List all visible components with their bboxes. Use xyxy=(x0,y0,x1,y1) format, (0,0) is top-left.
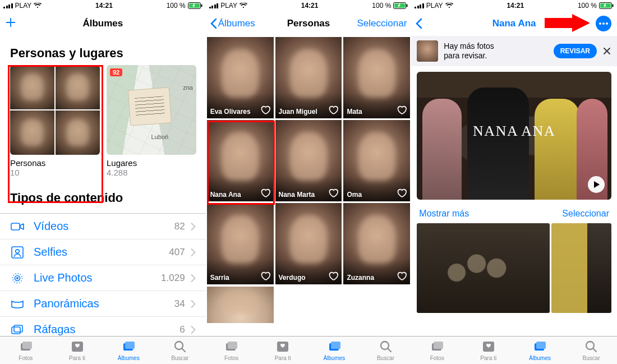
screen-person-detail: PLAY 14:21 100 % Nana Ana xyxy=(411,0,617,364)
person-tile[interactable]: Nana Marta xyxy=(275,120,342,201)
row-count: 1.029 xyxy=(161,273,185,284)
svg-rect-21 xyxy=(228,342,237,349)
section-tipos-contenido: Tipos de contenido xyxy=(0,177,206,210)
person-name: Zuzanna xyxy=(347,274,374,282)
row-rafagas[interactable]: Ráfagas 6 xyxy=(0,317,206,336)
play-button[interactable] xyxy=(588,176,605,193)
add-button[interactable] xyxy=(4,16,17,31)
person-tile[interactable]: Mata xyxy=(343,37,410,118)
map-note-thumb xyxy=(128,87,172,126)
svg-rect-30 xyxy=(434,342,443,349)
tab-bar: Fotos Para ti Álbumes Buscar xyxy=(0,336,206,364)
tab-label: Fotos xyxy=(19,355,33,361)
person-tile[interactable] xyxy=(207,287,274,323)
tab-albumes[interactable]: Álbumes xyxy=(308,337,360,364)
review-button[interactable]: REVISAR xyxy=(554,44,597,58)
favorite-icon[interactable] xyxy=(260,271,270,282)
back-button[interactable] xyxy=(416,18,422,29)
row-label: Ráfagas xyxy=(34,323,76,336)
tab-buscar[interactable]: Buscar xyxy=(360,337,412,364)
person-name: Nana Marta xyxy=(279,191,315,199)
favorite-icon[interactable] xyxy=(328,271,338,282)
tab-parati[interactable]: Para ti xyxy=(52,337,103,364)
tab-label: Para ti xyxy=(275,355,291,361)
tab-label: Para ti xyxy=(480,355,496,361)
tab-label: Para ti xyxy=(69,355,85,361)
tab-parati[interactable]: Para ti xyxy=(257,337,308,364)
person-tile[interactable]: Sarria xyxy=(207,203,274,284)
foryou-tab-icon xyxy=(275,339,290,354)
row-count: 407 xyxy=(169,247,185,258)
section-personas-lugares: Personas y lugares xyxy=(0,36,206,65)
album-count: 4.288 xyxy=(107,168,196,177)
map-badge: 92 xyxy=(110,68,122,76)
person-thumb xyxy=(10,110,54,155)
tab-bar: Fotos Para ti Álbumes Buscar xyxy=(206,336,412,364)
svg-rect-3 xyxy=(11,223,20,230)
tab-label: Fotos xyxy=(224,355,238,361)
content-person-detail: Hay más fotos para revisar. REVISAR NANA… xyxy=(411,36,617,336)
person-thumb xyxy=(56,110,100,155)
row-label: Live Photos xyxy=(34,271,93,284)
person-name: Juan Miguel xyxy=(279,108,317,116)
tab-albumes[interactable]: Álbumes xyxy=(514,337,566,364)
tab-buscar[interactable]: Buscar xyxy=(565,337,617,364)
row-videos[interactable]: Vídeos 82 xyxy=(0,214,206,239)
row-label: Vídeos xyxy=(34,220,68,233)
person-tile[interactable]: Verdugo xyxy=(275,203,342,284)
more-button[interactable] xyxy=(596,16,611,31)
show-more-link[interactable]: Mostrar más xyxy=(419,209,469,219)
svg-rect-24 xyxy=(331,342,340,349)
tab-fotos[interactable]: Fotos xyxy=(411,337,463,364)
person-tile[interactable]: Eva Olivares xyxy=(207,37,274,118)
screen-persons: PLAY 14:21 100 % Álbumes Personas Selecc… xyxy=(206,0,412,364)
close-icon[interactable] xyxy=(602,47,611,56)
album-title: Personas xyxy=(10,158,100,168)
album-personas[interactable]: Personas 10 xyxy=(10,65,100,177)
row-panoramicas[interactable]: Panorámicas 34 xyxy=(0,291,206,317)
person-thumb xyxy=(10,65,54,109)
tab-label: Álbumes xyxy=(529,355,551,361)
wifi-icon xyxy=(445,3,453,8)
favorite-icon[interactable] xyxy=(260,188,270,199)
row-livephotos[interactable]: Live Photos 1.029 xyxy=(0,265,206,291)
album-count: 10 xyxy=(10,168,100,177)
hero-memory[interactable]: NANA ANA xyxy=(417,72,611,200)
album-lugares[interactable]: 92 zna Luboń Lugares 4.288 xyxy=(107,65,196,177)
person-thumb xyxy=(56,65,100,109)
screen-albums: PLAY 14:21 100 % Álbumes Personas y luga… xyxy=(0,0,206,364)
tab-buscar[interactable]: Buscar xyxy=(154,337,206,364)
wifi-icon xyxy=(240,3,247,8)
person-tile[interactable]: Oma xyxy=(343,120,410,201)
favorite-icon[interactable] xyxy=(328,188,338,199)
chevron-left-icon xyxy=(210,18,217,29)
tab-albumes[interactable]: Álbumes xyxy=(103,337,154,364)
carrier-label: PLAY xyxy=(15,2,32,10)
back-button[interactable]: Álbumes xyxy=(210,18,255,29)
chevron-right-icon xyxy=(191,300,196,308)
person-tile[interactable]: Juan Miguel xyxy=(275,37,342,118)
photo-thumb[interactable] xyxy=(551,223,611,313)
back-label: Álbumes xyxy=(218,18,255,29)
tab-fotos[interactable]: Fotos xyxy=(206,337,257,364)
select-button[interactable]: Seleccionar xyxy=(357,18,407,29)
favorite-icon[interactable] xyxy=(397,271,407,282)
tab-fotos[interactable]: Fotos xyxy=(0,337,52,364)
person-tile[interactable]: Zuzanna xyxy=(343,203,410,284)
photo-thumb[interactable] xyxy=(417,223,549,313)
person-tile[interactable]: Nana Ana xyxy=(207,120,274,201)
status-time: 14:21 xyxy=(95,2,113,10)
favorite-icon[interactable] xyxy=(260,105,270,116)
burst-icon xyxy=(10,322,25,337)
battery-pct: 100 % xyxy=(167,2,186,10)
row-selfies[interactable]: Selfies 407 xyxy=(0,239,206,265)
search-tab-icon xyxy=(173,339,187,354)
favorite-icon[interactable] xyxy=(328,105,338,116)
tab-parati[interactable]: Para ti xyxy=(463,337,514,364)
select-link[interactable]: Seleccionar xyxy=(562,209,609,219)
hero-title: NANA ANA xyxy=(417,123,611,140)
favorite-icon[interactable] xyxy=(397,105,407,116)
favorite-icon[interactable] xyxy=(397,188,407,199)
svg-rect-9 xyxy=(12,327,20,334)
person-name: Oma xyxy=(347,191,362,199)
